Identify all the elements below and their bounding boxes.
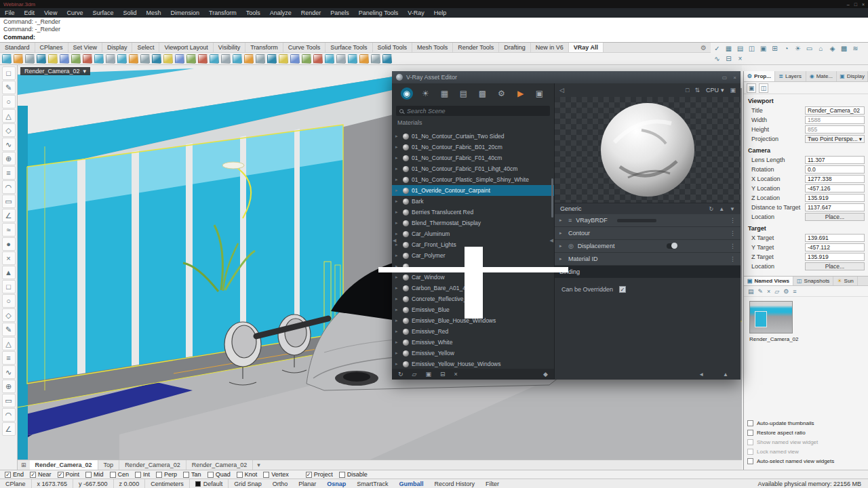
toolbar-icon[interactable] [371,54,380,64]
expand-arrow-icon[interactable]: ▸ [395,188,400,193]
toolbar-icon[interactable] [175,54,184,64]
toolbar-icon[interactable] [325,54,334,64]
toolbar-icon[interactable]: ☀ [793,44,802,53]
panel-tab-prop[interactable]: ⚙Prop... [744,71,775,81]
panel-tab-layers[interactable]: ≣Layers [775,71,806,81]
toolbar-icon[interactable]: ⌂ [816,44,825,53]
toolbar-icon[interactable]: ◫ [747,44,756,53]
material-item[interactable]: ▸01_Overide_Contour_Carpaint [392,185,554,196]
side-toolbar-icon[interactable]: ✎ [2,323,16,336]
expand-arrow-icon[interactable]: ▸ [395,177,400,182]
side-toolbar-icon[interactable]: × [2,251,16,265]
vray-titlebar[interactable]: V-Ray Asset Editor ▭× [392,71,741,83]
osnap-toggle-perp[interactable]: Perp [156,471,177,478]
collapse-left-icon[interactable]: ◀ [393,238,396,243]
viewport-tab-render-camera-02-0[interactable]: Render_Camera_02 [30,460,98,470]
toolbar-icon[interactable] [290,54,300,64]
checkbox[interactable] [747,420,753,426]
property-value-location[interactable]: Place... [805,262,865,270]
cplane-pane[interactable]: CPlane [0,479,32,488]
toolbar-icon[interactable]: ▦ [724,44,733,53]
named-views-tool-icon[interactable]: ⚙ [783,288,789,295]
panel-tab-display[interactable]: ▣Display [837,71,868,81]
named-views-tool-icon[interactable]: ▤ [748,288,754,295]
toolbar-icon[interactable] [267,54,277,64]
side-toolbar-icon[interactable]: ◇ [2,123,16,137]
side-toolbar-icon[interactable]: ≈ [2,223,16,237]
viewport-title-label[interactable]: Render_Camera_02 ▾ [20,67,90,75]
expand-arrow-icon[interactable]: ▸ [395,350,400,356]
property-value-z-location[interactable]: 135.919 [805,194,865,202]
toolbar-tab-drafting[interactable]: Drafting [499,43,531,52]
osnap-toggle-tan[interactable]: Tan [183,471,201,478]
side-toolbar-icon[interactable]: ⊕ [2,380,16,393]
named-views-tool-icon[interactable]: ≡ [793,288,796,295]
menu-panels[interactable]: Panels [326,8,354,18]
menu-mesh[interactable]: Mesh [141,8,165,18]
toolbar-icon[interactable] [14,54,23,64]
param-row-vraybrdf[interactable]: ▸≡VRayBRDF⋮ [555,214,741,226]
side-toolbar-icon[interactable]: ∠ [2,209,16,222]
layer-pane[interactable]: Default [190,479,229,488]
toolbar-icon[interactable]: ≋ [851,44,860,53]
toolbar-icon[interactable]: ⊞ [770,44,779,53]
side-toolbar-icon[interactable]: ◠ [2,180,16,194]
property-value-z-target[interactable]: 135.919 [805,253,865,261]
settings-icon[interactable]: ⚙ [496,87,508,100]
checkbox[interactable]: ✓ [5,472,11,478]
toolbar-icon[interactable] [117,54,127,64]
material-item[interactable]: ▸01_No_Contour_Fabric_F01_Lihgt_40cm [392,163,554,174]
osnap-toggle-end[interactable]: ✓End [5,471,24,478]
command-area[interactable]: Command: -_RenderCommand: -_Render Comma… [0,18,868,43]
toolbar-icon[interactable] [233,54,242,64]
toolbar-tab-transform[interactable]: Transform [245,43,283,52]
toolbar-icon[interactable] [336,54,346,64]
expand-arrow-icon[interactable]: ▸ [395,231,400,237]
toolbar-icon[interactable]: ▭ [805,44,814,53]
panel-tab-snapshots[interactable]: ◫Snapshots [793,277,833,285]
side-toolbar-icon[interactable]: ▲ [2,266,16,279]
side-toolbar-icon[interactable]: ∿ [2,365,16,379]
preview-tool-icon[interactable]: □ [686,87,689,94]
displacement-toggle[interactable] [667,243,677,249]
side-toolbar-icon[interactable]: □ [2,66,16,80]
toolbar-icon[interactable] [140,54,150,64]
toolbar-icon[interactable] [106,54,115,64]
toolbar-icon[interactable]: ◈ [828,44,837,53]
menu-v-ray[interactable]: V-Ray [403,8,429,18]
side-toolbar-icon[interactable]: ≡ [2,166,16,180]
expand-arrow-icon[interactable]: ▸ [395,166,400,171]
expand-arrow-icon[interactable]: ▸ [395,199,400,204]
param-row-contour[interactable]: ▸Contour⋮ [555,227,741,239]
collapse-right-icon[interactable]: ◀ [550,238,553,243]
material-item[interactable]: ▸Berries Translucent Red [392,207,554,218]
toolbar-tab-display[interactable]: Display [102,43,133,52]
property-value-x-location[interactable]: 1277.338 [805,175,865,183]
option-auto-update-thumbnails[interactable]: Auto-update thumbnails [747,418,867,428]
engine-selector[interactable]: CPU ▾ [706,87,724,94]
toolbar-icon[interactable] [94,54,104,64]
render-elements-icon[interactable]: ▤ [458,87,470,100]
toolbar-icon[interactable] [152,54,161,64]
material-item[interactable]: ▸01_No_Contour_Curtain_Two Sided [392,131,554,142]
property-value-title[interactable]: Render_Camera_02 [805,106,865,115]
checkbox[interactable] [208,472,214,478]
material-item[interactable]: ▸Car_Aluminum [392,228,554,239]
params-tool-icon[interactable]: ▲ [719,206,724,212]
toolbar-icon[interactable] [313,54,323,64]
row-options-icon[interactable]: ⋮ [730,256,736,262]
menu-tools[interactable]: Tools [241,8,265,18]
asset-action-icon[interactable]: ▱ [412,371,417,378]
osnap-toggle-int[interactable]: Int [135,471,150,478]
checkbox[interactable] [339,472,345,478]
menu-dimension[interactable]: Dimension [165,8,204,18]
toolbar-tab-surface-tools[interactable]: Surface Tools [326,43,372,52]
property-value-projection[interactable]: Two Point Perspe...▾ [805,135,865,143]
expand-arrow-icon[interactable]: ▸ [395,318,400,323]
y-coordinate[interactable]: y -667.500 [73,479,114,488]
osnap-toggle-near[interactable]: ✓Near [30,471,52,478]
toolbar-icon[interactable] [256,54,265,64]
material-preview[interactable] [555,97,741,203]
osnap-toggle-mid[interactable]: Mid [85,471,104,478]
side-toolbar-icon[interactable]: ∿ [2,138,16,151]
